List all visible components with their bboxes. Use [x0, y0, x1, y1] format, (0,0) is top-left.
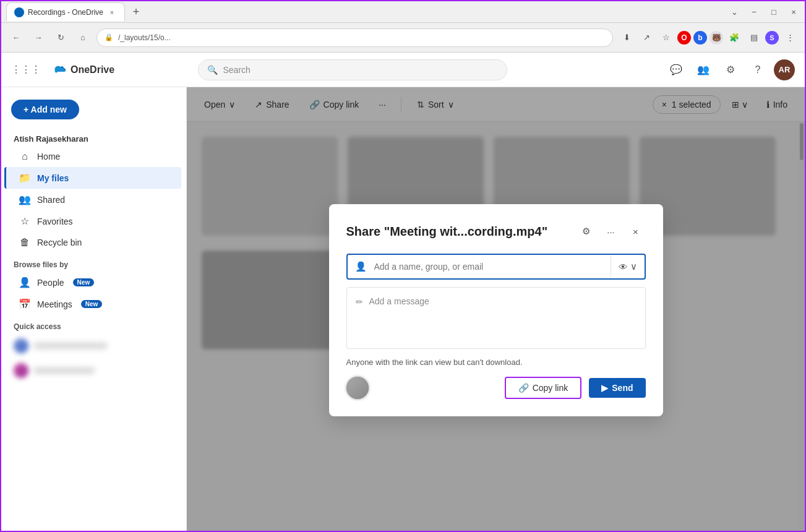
quick-access-item-2 — [1, 358, 186, 383]
share-page-icon[interactable]: ↗ — [638, 29, 655, 46]
app-grid-icon[interactable]: ⋮⋮⋮ — [11, 64, 41, 75]
browse-section-title: Browse files by — [1, 253, 186, 272]
shared-icon: 👥 — [19, 194, 31, 205]
window-controls: ⌄ − □ × — [728, 7, 800, 17]
copy-link-dialog-btn[interactable]: 🔗 Copy link — [505, 377, 582, 399]
folder-icon: 📁 — [19, 172, 31, 184]
opera-ext-icon[interactable]: O — [677, 31, 691, 45]
active-tab[interactable]: Recordings - OneDrive × — [6, 2, 125, 21]
sidebar-item-home[interactable]: ⌂ Home — [6, 146, 181, 167]
extensions-icon[interactable]: 🧩 — [726, 29, 743, 46]
message-area[interactable]: ✏ Add a message — [346, 287, 646, 349]
copy-link-dialog-label: Copy link — [533, 383, 568, 393]
browser-titlebar: Recordings - OneDrive × + ⌄ − □ × — [1, 1, 805, 23]
ext-icon-3[interactable]: 🐻 — [710, 31, 723, 45]
browser-toolbar-icons: ⬇ ↗ ☆ O b 🐻 🧩 ▤ S ⋮ — [618, 29, 799, 46]
dialog-footer: 🔗 Copy link ▶ Send — [346, 377, 646, 399]
dialog-close-btn[interactable]: × — [626, 221, 646, 241]
window-maximize-btn[interactable]: □ — [768, 7, 780, 17]
spellcheck-ext-icon[interactable]: S — [765, 31, 779, 45]
person-icon: 👤 — [19, 277, 31, 288]
sidebar-item-my-files[interactable]: 📁 My files — [4, 167, 181, 189]
window-close-btn[interactable]: × — [787, 7, 800, 17]
sidebar-item-recycle-label: Recycle bin — [37, 238, 82, 247]
sidebar-item-recycle-bin[interactable]: 🗑 Recycle bin — [6, 232, 181, 253]
add-new-button[interactable]: + Add new — [11, 100, 79, 119]
app-header: ⋮⋮⋮ OneDrive 🔍 Search 💬 👥 ⚙ ? AR — [1, 53, 805, 87]
address-text: /_layouts/15/o... — [118, 33, 605, 42]
edit-message-icon: ✏ — [356, 297, 363, 307]
permission-chevron-icon: ∨ — [630, 261, 637, 272]
download-icon[interactable]: ⬇ — [618, 29, 635, 46]
sidebar-item-favorites-label: Favorites — [37, 217, 73, 226]
dialog-actions: ⚙ ··· × — [577, 221, 646, 241]
home-icon: ⌂ — [19, 151, 31, 162]
sidebar-item-shared-label: Shared — [37, 195, 65, 205]
app-name: OneDrive — [71, 64, 114, 75]
share-input-row: 👤 👁 ∨ — [346, 254, 646, 280]
tab-title: Recordings - OneDrive — [28, 8, 103, 17]
search-placeholder: Search — [223, 65, 250, 75]
sidebar-item-people[interactable]: 👤 People New — [6, 272, 181, 293]
search-icon: 🔍 — [207, 65, 218, 75]
sidebar-item-meetings-label: Meetings — [37, 299, 72, 309]
send-icon: ▶ — [601, 383, 608, 393]
tab-favicon — [14, 7, 24, 17]
address-bar[interactable]: 🔒 /_layouts/15/o... — [96, 28, 613, 47]
onedrive-logo-icon — [53, 66, 66, 74]
recipient-input[interactable] — [374, 255, 611, 278]
reload-btn[interactable]: ↻ — [52, 29, 69, 46]
feedback-icon[interactable]: 💬 — [665, 59, 687, 81]
link-info-text: Anyone with the link can view but can't … — [346, 358, 646, 367]
forward-btn[interactable]: → — [30, 29, 47, 46]
sidebar-username: Atish Rajasekharan — [1, 129, 186, 146]
sidebar-item-people-label: People — [37, 278, 64, 288]
home-btn[interactable]: ⌂ — [74, 29, 92, 46]
search-bar[interactable]: 🔍 Search — [198, 59, 507, 80]
quick-access-item-1 — [1, 333, 186, 358]
recycle-bin-icon: 🗑 — [19, 237, 31, 248]
sidebar-item-favorites[interactable]: ☆ Favorites — [6, 210, 181, 232]
permission-dropdown[interactable]: 👁 ∨ — [611, 256, 645, 277]
sidebar: + Add new Atish Rajasekharan ⌂ Home 📁 My… — [1, 87, 187, 532]
settings-icon[interactable]: ⚙ — [719, 59, 742, 81]
people-badge: New — [73, 278, 95, 286]
lock-icon: 🔒 — [105, 33, 113, 41]
browser-menu-icon[interactable]: ⋮ — [781, 29, 799, 46]
people-icon[interactable]: 👥 — [692, 59, 714, 81]
back-btn[interactable]: ← — [7, 29, 25, 46]
person-input-icon: 👤 — [348, 255, 374, 278]
app-container: ⋮⋮⋮ OneDrive 🔍 Search 💬 👥 ⚙ ? AR + Add n… — [1, 53, 805, 532]
dialog-more-btn[interactable]: ··· — [601, 221, 621, 241]
app-logo: OneDrive — [53, 64, 114, 75]
copy-link-icon: 🔗 — [518, 383, 529, 393]
favorites-icon: ☆ — [19, 215, 31, 227]
new-tab-btn[interactable]: + — [127, 3, 145, 20]
dialog-settings-btn[interactable]: ⚙ — [577, 221, 596, 241]
bitwarden-ext-icon[interactable]: b — [693, 31, 707, 45]
dialog-title: Share "Meeting wit...cording.mp4" — [346, 225, 577, 239]
content-area: Open ∨ ↗ Share 🔗 Copy link ··· ⇅ Sort — [187, 87, 805, 532]
sidebar-item-meetings[interactable]: 📅 Meetings New — [6, 293, 181, 315]
sidebar-icon[interactable]: ▤ — [745, 29, 763, 46]
modal-overlay: Share "Meeting wit...cording.mp4" ⚙ ··· … — [187, 87, 805, 532]
help-icon[interactable]: ? — [747, 59, 769, 81]
user-avatar[interactable]: AR — [774, 59, 795, 80]
bookmark-icon[interactable]: ☆ — [658, 29, 675, 46]
sidebar-item-shared[interactable]: 👥 Shared — [6, 189, 181, 210]
browser-addressbar: ← → ↻ ⌂ 🔒 /_layouts/15/o... ⬇ ↗ ☆ O b 🐻 … — [1, 23, 805, 53]
sender-avatar — [346, 377, 369, 399]
header-icons: 💬 👥 ⚙ ? AR — [665, 59, 795, 81]
send-btn-label: Send — [612, 383, 633, 393]
eye-icon: 👁 — [619, 262, 628, 272]
send-button[interactable]: ▶ Send — [589, 378, 645, 398]
meetings-badge: New — [81, 300, 103, 308]
message-placeholder: Add a message — [369, 296, 429, 306]
window-chevron-icon[interactable]: ⌄ — [728, 7, 740, 17]
dialog-header: Share "Meeting wit...cording.mp4" ⚙ ··· … — [346, 221, 646, 241]
browser-tabs: Recordings - OneDrive × + — [6, 2, 145, 21]
sidebar-item-myfiles-label: My files — [37, 173, 69, 183]
window-minimize-btn[interactable]: − — [748, 7, 760, 17]
share-dialog: Share "Meeting wit...cording.mp4" ⚙ ··· … — [329, 204, 663, 416]
tab-close-btn[interactable]: × — [107, 7, 117, 17]
